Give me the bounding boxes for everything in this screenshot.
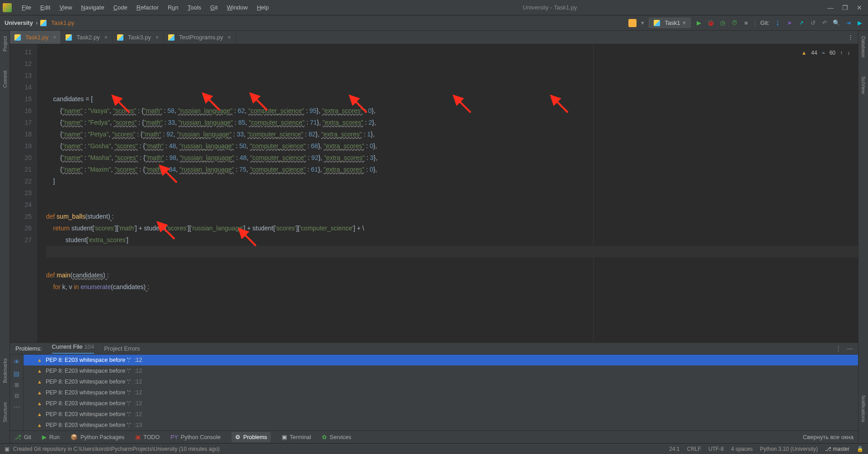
status-message: Created Git repository in C:\Users\korob… [13,446,220,452]
run-config-selector[interactable]: Task1 ▾ [649,18,691,28]
file-encoding[interactable]: UTF-8 [708,446,724,452]
problem-item[interactable]: ▲ PEP 8: E203 whitespace before ':' :12 [24,409,858,420]
problems-list[interactable]: ▲ PEP 8: E203 whitespace before ':' :12 … [24,355,858,431]
warning-icon: ▲ [37,390,42,395]
panel-hide-icon[interactable]: — [847,345,853,352]
close-tab-icon[interactable]: × [53,34,56,41]
run-icon[interactable]: ▶ [695,19,703,27]
git-update-icon[interactable]: ⭣ [774,19,781,27]
settings-icon[interactable]: ⇥ [844,19,852,27]
tab-task2[interactable]: Task2.py× [61,31,112,44]
package-icon: 📦 [71,434,78,440]
prev-highlight-icon[interactable]: ↑ [840,47,843,59]
problem-item[interactable]: ▲ PEP 8: E203 whitespace before ':' :12 [24,376,858,387]
tab-task3[interactable]: Task3.py× [113,31,164,44]
close-tab-icon[interactable]: × [156,34,159,41]
search-icon[interactable]: 🔍 [833,19,840,27]
tool-project[interactable]: Project [1,33,9,54]
problem-location: :12 [134,411,142,417]
menu-code[interactable]: Code [110,2,131,13]
menu-file[interactable]: File [18,2,35,13]
git-label: Git: [760,19,769,26]
problem-item[interactable]: ▲ PEP 8: E203 whitespace before ':' :12 [24,387,858,398]
tool-database[interactable]: Database [860,33,867,60]
tool-bookmarks[interactable]: Bookmarks [1,356,9,386]
expand-icon[interactable]: ⊞ [14,382,19,388]
caret-position[interactable]: 24:1 [669,446,679,452]
problem-location: :13 [134,422,142,428]
menu-navigate[interactable]: Navigate [77,2,108,13]
highlight-icon[interactable]: 👁 [14,358,20,365]
next-highlight-icon[interactable]: ↓ [847,47,850,59]
tool-problems[interactable]: ⚙Problems [231,432,271,442]
more-icon[interactable]: ⋯ [14,403,20,411]
minimize-icon[interactable]: — [827,4,834,11]
menu-tools[interactable]: Tools [184,2,205,13]
problem-item[interactable]: ▲ PEP 8: E203 whitespace before ':' :13 [24,420,858,431]
rollback-icon[interactable]: ↶ [821,19,828,27]
tool-services[interactable]: ✿Services [322,434,351,440]
menu-help[interactable]: Help [253,2,273,13]
run-icon: ▶ [42,434,47,440]
tool-sciview[interactable]: SciView [860,74,867,97]
maximize-icon[interactable]: ❐ [842,4,848,11]
problem-item[interactable]: ▲ PEP 8: E203 whitespace before ':' :12 [24,355,858,365]
menu-edit[interactable]: Edit [37,2,54,13]
profile-icon[interactable]: ⏱ [731,19,738,27]
tool-commit[interactable]: Commit [1,68,9,90]
tab-task1[interactable]: Task1.py× [10,31,61,44]
debug-icon[interactable]: 🐞 [707,19,714,27]
breadcrumb-project[interactable]: University [5,19,33,26]
menu-refactor[interactable]: Refactor [133,2,162,13]
line-gutter: 1112131415161718192021222324252627 [10,44,37,342]
lock-icon[interactable]: 🔒 [857,446,863,452]
inspections-widget[interactable]: ▲44 ⌁60 ↑ ↓ [801,47,850,59]
git-commit-icon[interactable]: ➤ [786,19,793,27]
python-interpreter[interactable]: Python 3.10 (University) [760,446,818,452]
toolwindows-icon[interactable]: ▣ [5,446,9,452]
terminal-icon: ▣ [282,434,287,440]
problem-location: :12 [134,389,142,396]
problems-panel: Problems: Current File104 Project Errors… [10,342,858,431]
breadcrumb-file[interactable]: Task1.py [51,19,74,26]
problems-tab-errors[interactable]: Project Errors [104,345,140,352]
problem-item[interactable]: ▲ PEP 8: E203 whitespace before ':' :12 [24,398,858,409]
cwm-icon[interactable] [628,19,637,27]
tabs-more-icon[interactable]: ⋮ [843,31,858,44]
menu-run[interactable]: Run [164,2,182,13]
close-tab-icon[interactable]: × [104,34,108,41]
view-icon[interactable]: ▤ [14,370,19,377]
breadcrumb[interactable]: University › Task1.py [5,19,75,26]
close-tab-icon[interactable]: × [228,34,231,41]
tool-structure[interactable]: Structure [1,399,9,425]
problem-item[interactable]: ▲ PEP 8: E203 whitespace before ':' :12 [24,365,858,376]
problem-location: :12 [134,357,142,363]
close-icon[interactable]: ✕ [856,4,863,11]
menu-git[interactable]: Git [207,2,222,13]
tool-run[interactable]: ▶Run [42,434,60,440]
menu-window[interactable]: Window [223,2,251,13]
tab-testprograms[interactable]: TestPrograms.py× [164,31,236,44]
line-separator[interactable]: CRLF [687,446,701,452]
tool-console[interactable]: PYPython Console [170,434,221,440]
tool-packages[interactable]: 📦Python Packages [71,434,124,440]
editor[interactable]: 1112131415161718192021222324252627 ▲44 ⌁… [10,44,858,342]
stop-icon[interactable]: ■ [742,19,750,27]
history-icon[interactable]: ↺ [809,19,816,27]
tool-todo[interactable]: ▣TODO [135,434,160,440]
problems-tab-current[interactable]: Current File104 [52,343,94,354]
panel-options-icon[interactable]: ⋮ [835,345,841,352]
collapse-icon[interactable]: ⊟ [14,393,19,399]
warning-icon: ▲ [37,422,42,428]
indent-settings[interactable]: 4 spaces [731,446,753,452]
menu-view[interactable]: View [56,2,75,13]
tool-git[interactable]: ⎇Git [14,434,31,440]
chevron-down-icon[interactable]: ▾ [641,19,644,26]
git-branch[interactable]: ⎇ master [825,446,849,452]
git-push-icon[interactable]: ↗ [797,19,805,27]
code-area[interactable]: ▲44 ⌁60 ↑ ↓ candidates = [ {"name" : "Va… [37,44,858,342]
tool-notifications[interactable]: Notifications [860,393,867,425]
execute-icon[interactable]: ▶ [856,19,863,27]
coverage-icon[interactable]: ◷ [719,19,726,27]
tool-terminal[interactable]: ▣Terminal [282,434,311,440]
